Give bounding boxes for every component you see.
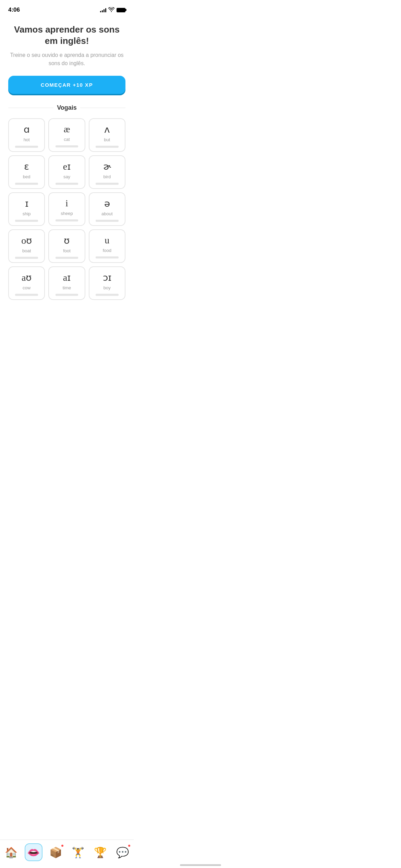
vowels-section-header: Vogais: [8, 104, 125, 111]
phoneme-word: time: [63, 285, 71, 290]
phoneme-symbol: ə: [104, 198, 110, 209]
progress-bar-container: [56, 219, 78, 221]
progress-bar-container: [56, 145, 78, 147]
phonics-card[interactable]: ɚbird: [89, 155, 125, 189]
phonics-card[interactable]: ɛbed: [8, 155, 45, 189]
page-subtitle: Treine o seu ouvido e aprenda a pronunci…: [8, 51, 125, 68]
phoneme-word: boy: [104, 285, 111, 290]
progress-bar-fill: [96, 183, 119, 185]
phoneme-symbol: oʊ: [21, 235, 32, 246]
phoneme-symbol: ɪ: [25, 198, 28, 209]
phoneme-symbol: ʌ: [104, 124, 110, 135]
phoneme-symbol: aɪ: [63, 272, 71, 283]
progress-bar-container: [15, 294, 38, 296]
phoneme-word: cow: [23, 285, 31, 290]
progress-bar-fill: [56, 145, 78, 147]
main-content: Vamos aprender os sons em inglês! Treine…: [0, 17, 134, 334]
page-title: Vamos aprender os sons em inglês!: [8, 24, 125, 46]
phoneme-word: food: [103, 248, 111, 253]
battery-icon: [117, 8, 125, 12]
progress-bar-fill: [15, 146, 38, 148]
phoneme-word: but: [104, 137, 110, 142]
phoneme-symbol: ɚ: [103, 161, 111, 172]
phoneme-symbol: ʊ: [64, 235, 70, 246]
progress-bar-fill: [96, 146, 119, 148]
phonics-card[interactable]: ɔɪboy: [89, 266, 125, 300]
progress-bar-fill: [15, 183, 38, 185]
phonics-card[interactable]: əabout: [89, 192, 125, 226]
signal-icon: [100, 8, 106, 12]
wifi-icon: [108, 7, 114, 13]
progress-bar-fill: [56, 219, 78, 221]
progress-bar-fill: [96, 256, 119, 258]
phonics-card[interactable]: aɪtime: [48, 266, 85, 300]
phonics-card[interactable]: ʊfoot: [48, 229, 85, 263]
vowels-section-title: Vogais: [57, 104, 77, 111]
phoneme-word: boat: [22, 248, 31, 253]
progress-bar-fill: [56, 294, 78, 296]
progress-bar-fill: [15, 294, 38, 296]
progress-bar-fill: [96, 294, 119, 296]
status-time: 4:06: [8, 7, 20, 13]
phonics-card[interactable]: ɑhot: [8, 118, 45, 152]
phoneme-symbol: u: [105, 235, 109, 246]
progress-bar-fill: [56, 257, 78, 259]
progress-bar-fill: [56, 183, 78, 185]
phoneme-symbol: æ: [64, 124, 70, 135]
phoneme-symbol: eɪ: [63, 161, 71, 172]
phoneme-word: foot: [63, 248, 71, 253]
phoneme-word: ship: [23, 211, 31, 216]
phoneme-word: about: [101, 211, 113, 216]
phonics-grid: ɑhotæcatʌbutɛbedeɪsayɚbirdɪshipisheepəab…: [8, 118, 125, 334]
phoneme-symbol: i: [65, 198, 68, 209]
status-icons: [100, 7, 125, 13]
progress-bar-fill: [15, 257, 38, 259]
start-button[interactable]: COMEÇAR +10 XP: [8, 76, 125, 94]
phonics-card[interactable]: eɪsay: [48, 155, 85, 189]
phoneme-word: sheep: [61, 211, 73, 216]
phonics-card[interactable]: ufood: [89, 229, 125, 263]
phonics-card[interactable]: oʊboat: [8, 229, 45, 263]
phoneme-symbol: ɑ: [24, 124, 30, 135]
phonics-card[interactable]: ʌbut: [89, 118, 125, 152]
divider-right: [80, 108, 125, 108]
progress-bar-fill: [15, 220, 38, 222]
phonics-card[interactable]: ɪship: [8, 192, 45, 226]
phoneme-word: bed: [23, 174, 31, 179]
progress-bar-container: [15, 220, 38, 222]
phoneme-symbol: ɛ: [24, 161, 29, 172]
progress-bar-container: [96, 220, 119, 222]
phoneme-word: bird: [103, 174, 111, 179]
progress-bar-container: [96, 256, 119, 258]
progress-bar-container: [15, 257, 38, 259]
progress-bar-container: [15, 146, 38, 148]
phoneme-symbol: ɔɪ: [103, 272, 111, 283]
progress-bar-container: [56, 257, 78, 259]
progress-bar-container: [56, 294, 78, 296]
phoneme-word: cat: [64, 137, 70, 142]
phonics-card[interactable]: aʊcow: [8, 266, 45, 300]
phonics-card[interactable]: isheep: [48, 192, 85, 226]
progress-bar-container: [96, 294, 119, 296]
phonics-card[interactable]: æcat: [48, 118, 85, 152]
progress-bar-container: [96, 183, 119, 185]
status-bar: 4:06: [0, 0, 134, 17]
phoneme-word: hot: [24, 137, 30, 142]
phoneme-word: say: [63, 174, 70, 179]
phoneme-symbol: aʊ: [22, 272, 32, 283]
divider-left: [8, 108, 53, 108]
progress-bar-container: [15, 183, 38, 185]
progress-bar-container: [96, 146, 119, 148]
progress-bar-container: [56, 183, 78, 185]
progress-bar-fill: [96, 220, 119, 222]
